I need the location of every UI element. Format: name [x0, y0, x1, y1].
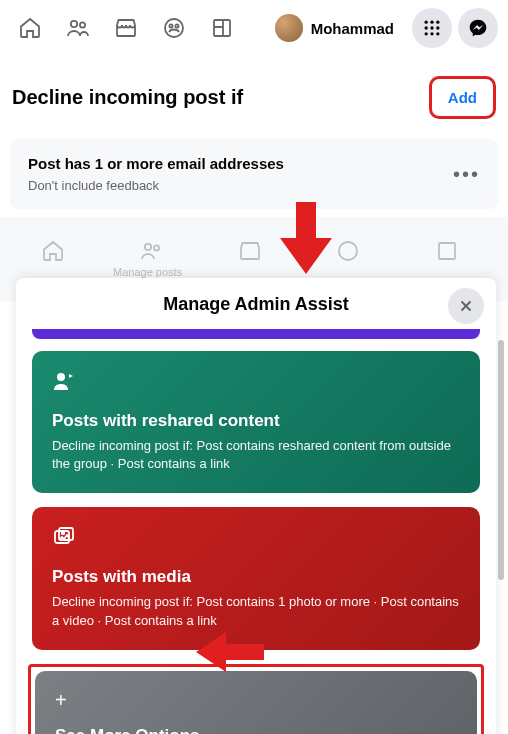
svg-point-22: [62, 532, 65, 535]
bg-home-icon: [33, 231, 73, 271]
svg-point-1: [80, 22, 85, 27]
rule-title: Post has 1 or more email addresses: [28, 155, 284, 172]
home-icon[interactable]: [10, 8, 50, 48]
more-options-icon[interactable]: •••: [453, 163, 480, 186]
marketplace-icon[interactable]: [106, 8, 146, 48]
bg-friends-icon: [132, 231, 172, 271]
bg-gaming-icon: [427, 231, 467, 271]
person-share-icon: [52, 369, 460, 397]
top-navbar: Mohammad: [0, 0, 508, 56]
section-title: Decline incoming post if: [12, 86, 243, 109]
card-description: Decline incoming post if: Post contains …: [52, 437, 460, 473]
svg-point-12: [425, 32, 428, 35]
section-header: Decline incoming post if Add: [0, 56, 508, 131]
svg-rect-5: [214, 20, 230, 36]
messenger-icon[interactable]: [458, 8, 498, 48]
svg-point-9: [425, 26, 428, 29]
modal-title: Manage Admin Assist: [163, 294, 349, 314]
close-button[interactable]: [448, 288, 484, 324]
svg-point-10: [430, 26, 433, 29]
card-title: Posts with reshared content: [52, 411, 460, 431]
svg-point-17: [339, 242, 357, 260]
svg-point-2: [165, 19, 183, 37]
add-button-highlight: Add: [429, 76, 496, 119]
card-description: Decline incoming post if: Post contains …: [52, 593, 460, 629]
bg-groups-icon: [328, 231, 368, 271]
svg-point-0: [71, 21, 77, 27]
add-button[interactable]: Add: [434, 81, 491, 114]
plus-icon: +: [55, 689, 457, 712]
svg-point-19: [57, 373, 65, 381]
svg-point-14: [436, 32, 439, 35]
avatar[interactable]: [275, 14, 303, 42]
svg-point-6: [425, 21, 428, 24]
menu-grid-icon[interactable]: [412, 8, 452, 48]
rule-card[interactable]: Post has 1 or more email addresses Don't…: [10, 139, 498, 209]
svg-point-16: [153, 245, 158, 250]
card-title: See More Options: [55, 726, 457, 734]
svg-point-7: [430, 21, 433, 24]
option-reshared-content[interactable]: Posts with reshared content Decline inco…: [32, 351, 480, 493]
option-see-more[interactable]: + See More Options Instead of our preset…: [35, 671, 477, 734]
purple-accent-bar: [32, 329, 480, 339]
groups-icon[interactable]: [154, 8, 194, 48]
scrollbar[interactable]: [498, 340, 504, 580]
svg-point-3: [169, 24, 172, 27]
card-title: Posts with media: [52, 567, 460, 587]
manage-admin-assist-modal: Manage Admin Assist Posts with reshared …: [16, 278, 496, 734]
username-label[interactable]: Mohammad: [311, 20, 394, 37]
bg-manage-posts-label: Manage posts: [113, 266, 182, 278]
svg-point-8: [436, 21, 439, 24]
svg-point-4: [175, 24, 178, 27]
friends-icon[interactable]: [58, 8, 98, 48]
option-posts-media[interactable]: Posts with media Decline incoming post i…: [32, 507, 480, 649]
see-more-highlight: + See More Options Instead of our preset…: [28, 664, 484, 734]
rule-subtitle: Don't include feedback: [28, 178, 284, 193]
svg-point-11: [436, 26, 439, 29]
svg-rect-18: [439, 243, 455, 259]
bg-marketplace-icon: [230, 231, 270, 271]
gaming-icon[interactable]: [202, 8, 242, 48]
svg-point-15: [144, 244, 150, 250]
media-icon: [52, 525, 460, 553]
svg-point-13: [430, 32, 433, 35]
